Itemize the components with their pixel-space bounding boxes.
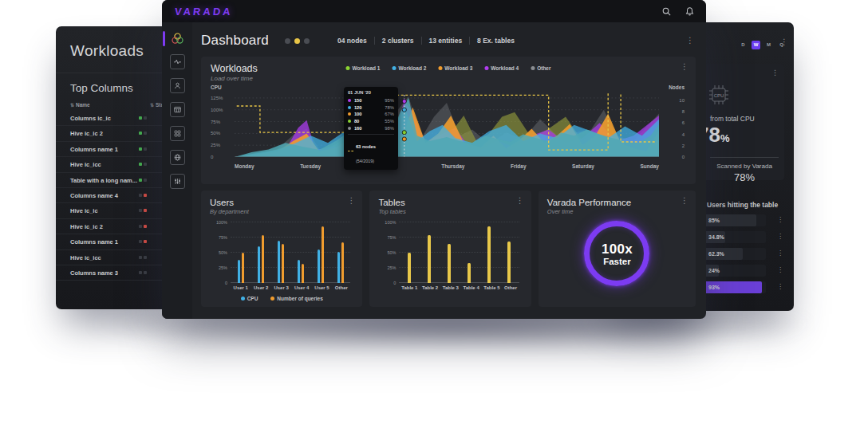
progress-label: 85% [708,218,720,223]
y-tick-label: 75% [378,235,396,240]
workloads-menu-button[interactable]: ⋮ [681,63,688,71]
sidebar-item-filters[interactable] [170,174,185,189]
top-columns-title: Top Columns [70,82,133,94]
row-menu-button[interactable]: ⋮ [777,249,783,257]
right-panel-menu-button[interactable]: ⋮ [780,38,788,46]
row-name: Hive ic_ic [70,207,98,214]
divider [348,134,394,135]
divider [710,157,779,158]
legend-item[interactable]: Workload 3 [438,65,472,71]
legend-item[interactable]: Number of queries [270,296,322,301]
bar-number-of-queries [262,235,264,283]
row-menu-button[interactable]: ⋮ [777,216,783,224]
row-menu-button[interactable]: ⋮ [777,283,783,291]
y-tick-left: 100% [211,108,230,112]
period-button-d[interactable]: D [739,41,748,49]
progress-label: 34.8% [708,234,724,240]
y-tick-left: 75% [211,120,230,124]
table-row[interactable]: Hive ic_ic 2 [56,219,174,234]
legend-label: Workload 1 [352,65,380,71]
page-dot[interactable] [294,38,300,44]
legend-dot [241,297,245,300]
y-tick-label: 75% [210,235,227,240]
cpu-chip-icon: CPU [707,83,731,107]
sliders-icon [173,177,182,186]
category-label: User 5 [314,285,329,290]
status-indicator-ok [139,147,147,151]
cpu-card-menu-button[interactable]: ⋮ [771,69,779,77]
search-icon[interactable] [661,6,672,17]
bar-group [468,222,471,283]
bar-number-of-queries [322,226,324,283]
sort-icon[interactable]: ⇅ [70,103,74,108]
tooltip-value: 80 [354,119,367,124]
tooltip-pct: 78% [367,105,394,110]
y-tick-label: 100% [210,220,227,225]
sort-icon[interactable]: ⇅ [150,103,154,108]
y-tick-left: 50% [211,131,230,136]
legend-item[interactable]: CPU [241,296,258,301]
row-menu-button[interactable]: ⋮ [777,266,783,274]
legend-item[interactable]: Other [531,65,550,71]
table-row[interactable]: Table with a long nam... [56,173,174,188]
legend-dot [438,66,442,70]
table-row[interactable]: Hive ic_icc [56,250,174,265]
dashboard-menu-button[interactable]: ⋮ [686,37,694,45]
legend-item[interactable]: Workload 4 [484,65,519,71]
page-dot[interactable] [304,38,310,44]
category-label: Table 5 [483,285,499,290]
y-tick-label: 25% [210,265,227,270]
day-label: Thursday [441,163,464,169]
sidebar-item-tables[interactable] [170,102,185,117]
row-menu-button[interactable]: ⋮ [777,233,783,241]
legend-item[interactable]: Workload 1 [345,65,380,71]
table-row[interactable]: Hive ic_ic 2 [56,126,174,141]
progress-label: 93% [708,285,720,290]
table-row[interactable]: Hive ic_ic [56,203,174,218]
sidebar-item-activity[interactable] [170,54,185,69]
page-dot[interactable] [285,38,290,44]
tables-menu-button[interactable]: ⋮ [516,197,524,205]
sidebar-item-dashboards[interactable] [170,126,185,141]
table-row[interactable]: Columns name 4 [56,188,174,203]
period-button-w[interactable]: W [752,41,760,49]
table-row[interactable]: Columns name 1 [56,142,174,157]
sidebar-item-network[interactable] [170,150,185,165]
progress-label: 24% [708,268,720,273]
progress-label: 62.3% [708,251,724,257]
table-row[interactable]: Columns name 3 [56,265,174,281]
period-button-m[interactable]: M [764,41,773,49]
workloads-panel-window: Workloads Top Columns ⇅Name ⇅Status Colu… [56,26,174,309]
table-row[interactable]: Hive ic_icc [56,157,174,172]
users-menu-button[interactable]: ⋮ [347,197,355,205]
tooltip-row: 10067% [348,111,394,118]
tables-card-subtitle: Top tables [378,208,522,215]
workloads-legend: Workload 1Workload 2Workload 3Workload 4… [345,65,550,71]
sidebar-item-overview[interactable] [171,32,184,45]
page-title: Dashboard [201,33,269,49]
table-row[interactable]: Columns ic_ic [56,111,174,126]
table-row[interactable]: Columns name 1 [56,234,174,249]
cpu-caption: from total CPU [710,115,755,123]
bar-cpu [258,246,260,283]
category-label: User 4 [294,285,309,290]
bar-group [318,222,324,283]
column-header-name[interactable]: Name [76,102,90,108]
bell-icon[interactable] [685,6,695,17]
bar-top-tables [487,226,491,283]
dashboard-content: Dashboard 04 nodes2 clusters13 entities8… [192,22,706,319]
x-axis-day-labels: MondayTuesdayWednesdayThursdayFridaySatu… [235,163,659,169]
users-hitting-table-header[interactable]: ⇅Users hitting the table [700,201,778,209]
sidebar-item-users[interactable] [170,78,185,93]
chart-tooltip: 01 JUN '20 15095%12078%10067%8055%16098%… [344,87,398,170]
top-columns-list: Columns ic_icHive ic_ic 2Columns name 1H… [56,111,174,281]
category-label: Table 3 [443,285,459,290]
performance-menu-button[interactable]: ⋮ [681,197,688,205]
legend-item[interactable]: Workload 2 [392,65,426,71]
bar-cpu [298,260,300,283]
divider [56,73,174,73]
bar-number-of-queries [242,253,244,283]
workloads-plot-area[interactable] [235,93,659,157]
day-label: Tuesday [300,163,321,169]
y-tick-right: 2 [667,143,685,148]
